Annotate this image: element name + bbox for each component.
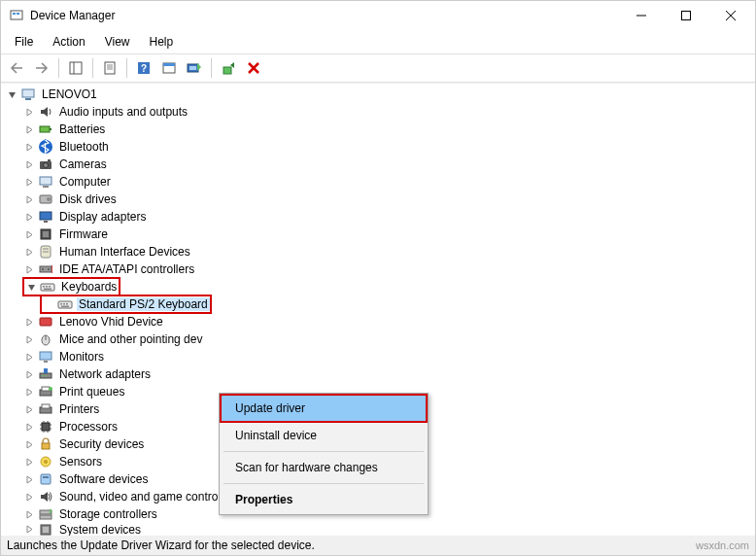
- tree-node[interactable]: Audio inputs and outputs: [1, 103, 755, 121]
- context-menu-highlight: Update driver: [220, 394, 428, 423]
- tree-node[interactable]: Firmware: [1, 226, 755, 243]
- tree-node-label: Standard PS/2 Keyboard: [77, 297, 210, 311]
- expand-icon[interactable]: [22, 385, 36, 399]
- expand-icon[interactable]: [22, 210, 36, 224]
- svg-rect-37: [43, 231, 49, 237]
- tree-node-label: Storage controllers: [57, 507, 159, 521]
- tree-node-label: Monitors: [57, 350, 106, 364]
- tree-node[interactable]: Batteries: [1, 121, 755, 138]
- expand-icon[interactable]: [22, 192, 36, 206]
- close-button[interactable]: [708, 1, 753, 30]
- svg-rect-84: [40, 515, 52, 519]
- forward-button[interactable]: [30, 56, 53, 80]
- expand-icon[interactable]: [22, 437, 36, 451]
- tree-node[interactable]: Monitors: [1, 348, 755, 365]
- svg-rect-24: [40, 126, 50, 132]
- expand-icon[interactable]: [22, 402, 36, 416]
- highlight-box: Standard PS/2 Keyboard: [40, 295, 212, 314]
- maximize-button[interactable]: [664, 1, 708, 30]
- svg-point-66: [49, 387, 52, 391]
- uninstall-button[interactable]: [242, 56, 265, 80]
- svg-rect-68: [42, 404, 50, 408]
- tree-node-label: Sound, video and game controllers: [57, 490, 241, 504]
- expand-icon[interactable]: [22, 455, 36, 469]
- tree-node[interactable]: Mice and other pointing dev: [1, 330, 755, 348]
- expand-icon[interactable]: [22, 175, 36, 189]
- svg-rect-51: [60, 303, 62, 305]
- bluetooth-icon: [38, 139, 53, 155]
- svg-rect-1: [13, 13, 16, 15]
- expand-icon[interactable]: [22, 332, 36, 346]
- menu-view[interactable]: View: [97, 32, 138, 52]
- svg-rect-61: [44, 368, 48, 373]
- help-button[interactable]: ?: [132, 56, 155, 80]
- context-menu-properties[interactable]: Properties: [222, 487, 426, 512]
- expand-icon[interactable]: [22, 507, 36, 521]
- tree-node[interactable]: Network adapters: [1, 365, 755, 383]
- tree-node[interactable]: Cameras: [1, 156, 755, 173]
- context-menu-update-driver[interactable]: Update driver: [222, 396, 426, 421]
- expand-icon[interactable]: [22, 245, 36, 259]
- svg-rect-0: [11, 11, 22, 19]
- tree-node[interactable]: System devices: [1, 523, 755, 536]
- system-icon: [38, 523, 53, 536]
- toolbar-separator: [126, 58, 127, 78]
- tree-node-label: Display adapters: [57, 210, 148, 224]
- expand-icon[interactable]: [22, 315, 36, 329]
- context-menu: Update driver Uninstall device Scan for …: [219, 393, 429, 515]
- expand-icon[interactable]: [22, 367, 36, 381]
- monitor-icon: [38, 349, 53, 365]
- expand-icon[interactable]: [22, 140, 36, 154]
- update-driver-button[interactable]: [217, 56, 240, 80]
- expand-icon[interactable]: [22, 122, 36, 136]
- expand-icon[interactable]: [22, 350, 36, 364]
- tree-node-label: Printers: [57, 402, 101, 416]
- svg-rect-4: [682, 12, 691, 20]
- minimize-button[interactable]: [619, 1, 664, 30]
- context-menu-uninstall[interactable]: Uninstall device: [222, 423, 426, 448]
- tree-node[interactable]: Computer: [1, 173, 755, 191]
- expand-icon[interactable]: [22, 157, 36, 171]
- tree-node-label: Cameras: [57, 157, 109, 171]
- expand-icon[interactable]: [22, 420, 36, 434]
- expand-icon[interactable]: [22, 105, 36, 119]
- tree-node[interactable]: Keyboards: [1, 278, 755, 295]
- back-button[interactable]: [5, 56, 28, 80]
- tree-node[interactable]: Human Interface Devices: [1, 243, 755, 261]
- device-tree[interactable]: LENOVO1Audio inputs and outputsBatteries…: [1, 83, 755, 556]
- tree-node[interactable]: LENOVO1: [1, 86, 755, 103]
- expand-icon[interactable]: [22, 523, 36, 536]
- menu-file[interactable]: File: [7, 32, 41, 52]
- expand-icon[interactable]: [22, 472, 36, 486]
- svg-rect-31: [43, 186, 49, 188]
- tree-node[interactable]: Lenovo Vhid Device: [1, 313, 755, 330]
- menu-help[interactable]: Help: [142, 32, 182, 52]
- display-icon: [38, 209, 53, 225]
- svg-rect-78: [42, 443, 50, 449]
- tree-node[interactable]: Disk drives: [1, 191, 755, 208]
- svg-rect-65: [42, 387, 50, 391]
- toolbar: ?: [1, 53, 755, 83]
- cpu-icon: [38, 419, 53, 434]
- properties-button[interactable]: [98, 56, 121, 80]
- expand-icon[interactable]: [22, 227, 36, 241]
- context-menu-scan[interactable]: Scan for hardware changes: [222, 455, 426, 480]
- expand-icon[interactable]: [22, 490, 36, 504]
- collapse-icon[interactable]: [5, 87, 18, 101]
- svg-rect-48: [49, 286, 51, 288]
- tree-node-label: Security devices: [57, 437, 146, 451]
- tree-node[interactable]: Bluetooth: [1, 138, 755, 156]
- tree-node-label: Software devices: [57, 472, 150, 486]
- show-hide-console-button[interactable]: [64, 56, 87, 80]
- tree-node[interactable]: Standard PS/2 Keyboard: [1, 295, 755, 313]
- tree-node-label: Firmware: [57, 227, 110, 241]
- tree-node[interactable]: IDE ATA/ATAPI controllers: [1, 261, 755, 278]
- expand-icon[interactable]: [22, 262, 36, 276]
- tree-node-label: System devices: [57, 523, 143, 536]
- collapse-icon[interactable]: [24, 280, 38, 294]
- action-button[interactable]: [157, 56, 181, 80]
- menu-action[interactable]: Action: [45, 32, 92, 52]
- battery-icon: [38, 122, 53, 137]
- scan-hardware-button[interactable]: [183, 56, 206, 80]
- tree-node[interactable]: Display adapters: [1, 208, 755, 226]
